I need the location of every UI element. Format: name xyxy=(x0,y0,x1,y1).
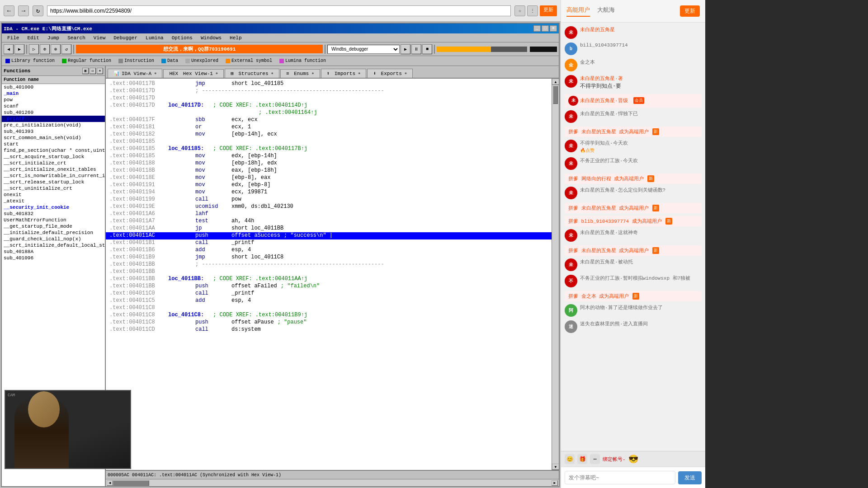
code-line-call-printf2[interactable]: .text:004011C0 call _printf xyxy=(106,290,552,297)
chat-input[interactable] xyxy=(565,471,675,484)
code-scrollbar[interactable]: ▲ ▼ xyxy=(552,79,559,470)
code-line-blank1[interactable]: .text:0040117D xyxy=(106,95,552,102)
scroll-left-btn[interactable]: ◀ xyxy=(107,480,113,486)
func-release_lock[interactable]: __scrt_release_startup_lock xyxy=(2,179,105,185)
code-line-push-success[interactable]: .text:004011AC push offset aSuccess ; "s… xyxy=(106,232,552,239)
toolbar-btn-6[interactable]: ↺ xyxy=(61,44,71,54)
toolbar-stop-btn[interactable]: ■ xyxy=(422,44,432,54)
scroll-right-btn[interactable]: ▶ xyxy=(552,480,558,486)
func-init_precision[interactable]: __initialize_default_precision xyxy=(2,230,105,236)
forward-button[interactable]: → xyxy=(18,5,29,16)
func-sub_401832[interactable]: sub_401832 xyxy=(2,211,105,217)
code-line-sep2[interactable]: .text:004011BB ; -----------------------… xyxy=(106,261,552,268)
code-line-loc3[interactable]: .text:004011BB loc_4011BB: ; CODE XREF: … xyxy=(106,276,552,283)
func-main[interactable]: _main xyxy=(2,90,105,97)
menu-help[interactable]: Help xyxy=(226,34,245,42)
tab-structures[interactable]: ⊞ Structures ● xyxy=(225,69,279,78)
panel-pin-btn[interactable]: ▣ xyxy=(82,68,89,74)
func-scrt_main[interactable]: scrt_common_main_seh(void) xyxy=(2,135,105,141)
func-security_cookie[interactable]: __security_init_cookie xyxy=(2,204,105,211)
code-line-push-failed[interactable]: .text:004011BB push offset aFailed ; "fa… xyxy=(106,283,552,290)
code-line-blank3[interactable]: .text:004011BB xyxy=(106,268,552,276)
menu-windows[interactable]: Windows xyxy=(197,34,225,42)
menu-file[interactable]: File xyxy=(4,34,23,42)
code-line-xref1[interactable]: ; .text:00401164↑j xyxy=(106,109,552,117)
chat-icon-more[interactable]: ⋯ xyxy=(590,454,600,464)
panel-float-btn[interactable]: ◻ xyxy=(90,68,96,74)
code-line-ucomisd[interactable]: .text:0040119E ucomisd xmm0, ds:dbl_4021… xyxy=(106,203,552,211)
settings-button[interactable]: ⋮ xyxy=(527,5,538,16)
tab-exports[interactable]: ⬇ Exports ● xyxy=(367,69,413,78)
code-line-mov2[interactable]: .text:00401185 mov edx, [ebp-14h] xyxy=(106,153,552,160)
ida-maximize-button[interactable]: □ xyxy=(542,25,549,32)
code-line-loc4[interactable]: .text:004011C8 loc_4011C8: ; CODE XREF: … xyxy=(106,312,552,319)
func-atexit[interactable]: _atexit xyxy=(2,198,105,204)
func-guard_check[interactable]: __guard_check_icall_nop(x) xyxy=(2,236,105,242)
debugger-selector[interactable]: Windbs_debugger xyxy=(327,45,400,54)
func-sub_401096[interactable]: sub_401096 xyxy=(2,255,105,261)
chat-icon-face[interactable]: 😊 xyxy=(565,454,575,464)
chat-send-button[interactable]: 发送 xyxy=(678,471,702,484)
menu-jump[interactable]: Jump xyxy=(44,34,63,42)
ida-close-button[interactable]: × xyxy=(550,25,557,32)
menu-edit[interactable]: Edit xyxy=(24,34,42,42)
h-scroll-track[interactable] xyxy=(113,480,552,486)
chat-icon-gift[interactable]: 🎁 xyxy=(577,454,587,464)
tab-ida-view-a[interactable]: 📊IDA View-A ● xyxy=(108,69,162,78)
code-line-jmp2[interactable]: .text:004011B9 jmp short loc_4011C8 xyxy=(106,254,552,261)
code-line-jp[interactable]: .text:004011AA jp short loc_4011BB xyxy=(106,225,552,232)
code-line-add1[interactable]: .text:004011B6 add esp, 4 xyxy=(106,247,552,254)
code-line-mov1[interactable]: .text:00401182 mov [ebp-14h], ecx xyxy=(106,131,552,138)
menu-search[interactable]: Search xyxy=(64,34,89,42)
toolbar-btn-4[interactable]: ⊕ xyxy=(40,44,50,54)
code-line-1[interactable]: .text:0040117B jmp short loc_401185 xyxy=(106,80,552,88)
h-scroll-thumb[interactable] xyxy=(113,480,149,486)
tab-hex-view[interactable]: HEX Hex View-1 ● xyxy=(163,69,224,78)
func-init_crt[interactable]: __scrt_initialize_crt xyxy=(2,160,105,166)
tab-fleet[interactable]: 大航海 xyxy=(597,6,615,17)
func-sub_401260[interactable]: sub_401260 xyxy=(2,109,105,116)
scroll-up-btn[interactable]: ▲ xyxy=(552,79,559,85)
code-line-lahf[interactable]: .text:004011A6 lahf xyxy=(106,211,552,218)
func-init_local[interactable]: __scrt_initialize_default_local_st... xyxy=(2,242,105,249)
code-line-call-system[interactable]: .text:004011CD call ds:system xyxy=(106,326,552,333)
code-line-add2[interactable]: .text:004011C5 add esp, 4 xyxy=(106,297,552,305)
code-line-mov3[interactable]: .text:00401188 mov [ebp-18h], edx xyxy=(106,160,552,167)
update-button[interactable]: 更新 xyxy=(540,5,557,16)
toolbar-run-btn[interactable]: ▶ xyxy=(401,44,410,54)
menu-debugger[interactable]: Debugger xyxy=(110,34,141,42)
bookmark-button[interactable]: ☆ xyxy=(514,5,525,16)
menu-lumina[interactable]: Lumina xyxy=(142,34,167,42)
func-init_onexit[interactable]: __scrt_initialize_onexit_tables xyxy=(2,166,105,173)
chat-vip-btn[interactable]: 更新 xyxy=(680,5,700,17)
func-get_startup[interactable]: __get_startup_file_mode xyxy=(2,223,105,230)
func-scanf[interactable]: scanf xyxy=(2,103,105,109)
url-bar[interactable] xyxy=(47,5,511,16)
menu-view[interactable]: View xyxy=(90,34,109,42)
back-button[interactable]: ← xyxy=(4,5,14,16)
func-printf[interactable]: _printf xyxy=(2,116,105,122)
code-line-push-pause[interactable]: .text:004011C8 push offset aPause ; "pau… xyxy=(106,319,552,326)
func-uninit_crt[interactable]: __scrt_uninitialize_crt xyxy=(2,185,105,192)
menu-options[interactable]: Options xyxy=(168,34,196,42)
code-line-mov7[interactable]: .text:00401194 mov ecx, 199871 xyxy=(106,189,552,196)
func-onexit[interactable]: onexit xyxy=(2,192,105,198)
code-line-sbb[interactable]: .text:0040117F sbb ecx, ecx xyxy=(106,117,552,124)
horizontal-scrollbar[interactable]: ◀ ▶ xyxy=(106,479,559,486)
func-pre_c_init[interactable]: pre_c_initialization(void) xyxy=(2,122,105,128)
cool-emoji[interactable]: 😎 xyxy=(628,454,638,464)
toolbar-btn-2[interactable]: ▶ xyxy=(14,44,24,54)
func-pow[interactable]: pow xyxy=(2,97,105,103)
tab-high-energy[interactable]: 高能用户 xyxy=(566,6,590,17)
panel-close-btn[interactable]: × xyxy=(97,68,103,74)
code-line-loc1[interactable]: .text:0040117D loc_40117D: ; CODE XREF: … xyxy=(106,102,552,109)
func-sub_401393[interactable]: sub_401393 xyxy=(2,128,105,135)
func-acquire_lock[interactable]: __scrt_acquire_startup_lock xyxy=(2,154,105,160)
func-sub_401000[interactable]: sub_401000 xyxy=(2,84,105,90)
code-line-blank4[interactable]: .text:004011C8 xyxy=(106,305,552,312)
code-view[interactable]: .text:0040117B jmp short loc_401185 .tex… xyxy=(106,79,552,470)
tab-enums[interactable]: ≡ Enums ● xyxy=(280,69,320,78)
func-sub_40188a[interactable]: sub_40188A xyxy=(2,249,105,255)
refresh-button[interactable]: ↻ xyxy=(33,5,43,16)
scroll-down-btn[interactable]: ▼ xyxy=(552,464,559,470)
